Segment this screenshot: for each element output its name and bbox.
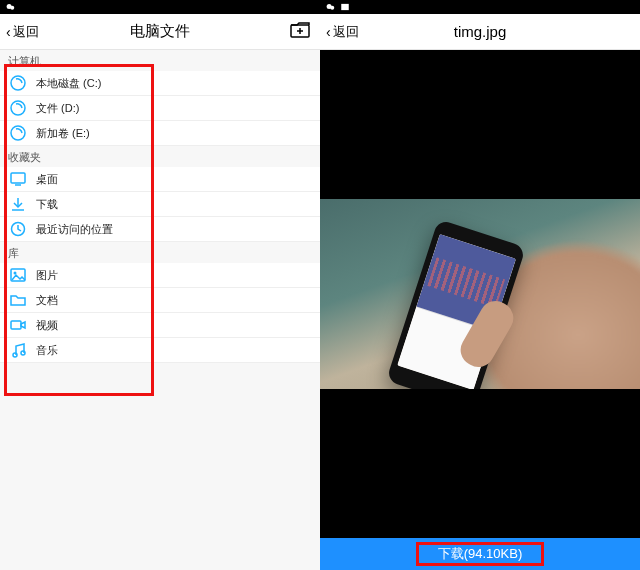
fav-recent[interactable]: 最近访问的位置: [0, 217, 320, 242]
section-computer: 计算机: [0, 50, 320, 71]
drive-label: 新加卷 (E:): [36, 126, 90, 141]
file-list: 计算机 本地磁盘 (C:) 文件 (D:) 新加卷 (E:) 收藏夹 桌面 下载: [0, 50, 320, 363]
back-button[interactable]: ‹ 返回: [0, 23, 39, 41]
drive-label: 文件 (D:): [36, 101, 79, 116]
lib-label: 视频: [36, 318, 58, 333]
video-icon: [10, 317, 26, 333]
svg-point-6: [11, 101, 25, 115]
fav-label: 下载: [36, 197, 58, 212]
add-folder-button[interactable]: [290, 22, 310, 42]
wechat-icon: [326, 2, 336, 12]
lib-docs[interactable]: 文档: [0, 288, 320, 313]
download-button[interactable]: 下载(94.10KB): [320, 538, 640, 570]
fav-desktop[interactable]: 桌面: [0, 167, 320, 192]
svg-point-5: [11, 76, 25, 90]
header: ‹ 返回 timg.jpg: [320, 14, 640, 50]
svg-marker-16: [21, 322, 25, 328]
svg-rect-15: [11, 321, 21, 329]
fav-downloads[interactable]: 下载: [0, 192, 320, 217]
drive-d[interactable]: 文件 (D:): [0, 96, 320, 121]
desktop-icon: [10, 171, 26, 187]
wechat-icon: [6, 2, 16, 12]
preview-image[interactable]: [320, 199, 640, 389]
download-bar: 下载(94.10KB): [320, 538, 640, 570]
gallery-icon: [340, 2, 350, 12]
section-library: 库: [0, 242, 320, 263]
status-bar: [320, 0, 640, 14]
fav-label: 桌面: [36, 172, 58, 187]
back-label: 返回: [13, 23, 39, 41]
disk-icon: [10, 125, 26, 141]
svg-point-17: [13, 353, 17, 357]
header: ‹ 返回 电脑文件: [0, 14, 320, 50]
section-favorites: 收藏夹: [0, 146, 320, 167]
lib-music[interactable]: 音乐: [0, 338, 320, 363]
chevron-left-icon: ‹: [6, 24, 11, 40]
svg-point-20: [330, 6, 334, 10]
file-browser-pane: ‹ 返回 电脑文件 计算机 本地磁盘 (C:) 文件 (D:) 新加卷 (E:): [0, 0, 320, 570]
clock-icon: [10, 221, 26, 237]
svg-rect-8: [11, 173, 25, 183]
svg-point-7: [11, 126, 25, 140]
page-title: 电脑文件: [0, 22, 320, 41]
drive-label: 本地磁盘 (C:): [36, 76, 101, 91]
lib-video[interactable]: 视频: [0, 313, 320, 338]
image-icon: [10, 267, 26, 283]
svg-point-1: [10, 6, 14, 10]
fav-label: 最近访问的位置: [36, 222, 113, 237]
lib-label: 音乐: [36, 343, 58, 358]
lib-label: 文档: [36, 293, 58, 308]
disk-icon: [10, 75, 26, 91]
status-bar: [0, 0, 320, 14]
drive-c[interactable]: 本地磁盘 (C:): [0, 71, 320, 96]
back-label: 返回: [333, 23, 359, 41]
chevron-left-icon: ‹: [326, 24, 331, 40]
image-viewer-pane: ‹ 返回 timg.jpg 下载(94.10KB): [320, 0, 640, 570]
drive-e[interactable]: 新加卷 (E:): [0, 121, 320, 146]
page-title: timg.jpg: [320, 23, 640, 40]
music-icon: [10, 342, 26, 358]
svg-rect-21: [341, 4, 349, 10]
back-button[interactable]: ‹ 返回: [320, 23, 359, 41]
disk-icon: [10, 100, 26, 116]
lib-pictures[interactable]: 图片: [0, 263, 320, 288]
lib-label: 图片: [36, 268, 58, 283]
folder-icon: [10, 292, 26, 308]
svg-point-18: [21, 351, 25, 355]
download-icon: [10, 196, 26, 212]
image-area: [320, 50, 640, 538]
